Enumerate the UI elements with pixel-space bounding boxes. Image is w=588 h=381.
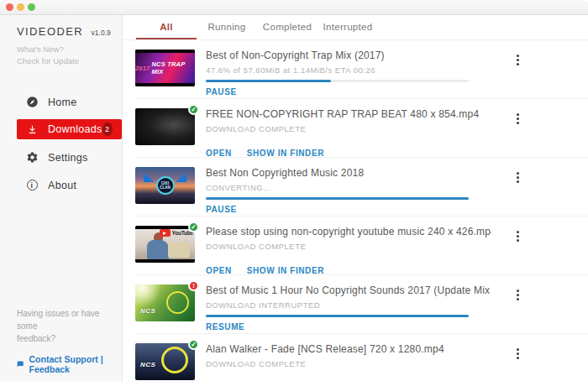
videoder-window: VIDEODER v1.0.9 What's New? Check for Up…	[0, 0, 588, 381]
more-options-button[interactable]	[512, 228, 523, 243]
explore-icon	[25, 96, 39, 109]
download-status: DOWNLOAD INTERRUPTED	[206, 300, 491, 311]
error-badge-icon: !	[188, 280, 199, 291]
sidebar-item-label: Home	[48, 97, 77, 108]
gear-icon	[25, 151, 39, 164]
video-thumbnail: NCS !	[135, 284, 195, 321]
whats-new-link[interactable]: What's New?	[17, 44, 122, 55]
resume-button[interactable]: RESUME	[206, 322, 244, 331]
downloads-list: 2017 NCS TRAP MIX Best of Non-Copyright …	[123, 40, 588, 381]
download-status: DOWNLOAD COMPLETE	[206, 359, 491, 369]
sidebar-item-downloads[interactable]: Downloads 2	[17, 119, 122, 139]
sidebar-item-settings[interactable]: Settings	[0, 144, 122, 171]
minimize-window-button[interactable]	[17, 3, 24, 11]
video-thumbnail: 1261 CLAN	[135, 167, 195, 204]
video-thumbnail: ✓	[135, 108, 195, 145]
app-brand: VIDEODER v1.0.9	[0, 15, 122, 39]
download-item: NCS ✓ Alan Walker - Fade [NCS Release] 7…	[135, 334, 588, 381]
feedback-prompt-line1: Having issues or have some	[17, 307, 112, 332]
sidebar-item-label: Settings	[48, 152, 88, 164]
contact-support-link[interactable]: Contact Support | Feedback	[17, 354, 112, 374]
tab-all[interactable]: All	[136, 15, 197, 39]
download-item: 1261 CLAN Best Non Copyrighted Music 201…	[135, 158, 588, 217]
download-status: DOWNLOAD COMPLETE	[206, 124, 491, 134]
check-update-link[interactable]: Check for Update	[17, 55, 122, 67]
sidebar-item-label: About	[48, 180, 76, 191]
download-status: DOWNLOAD COMPLETE	[206, 242, 491, 252]
app-version: v1.0.9	[92, 29, 111, 37]
progress-bar	[206, 315, 469, 317]
youtube-logo: YouTube	[160, 229, 193, 237]
titlebar	[0, 0, 588, 15]
download-item: NCS ! Best of Music 1 Hour No Copyright …	[135, 275, 588, 334]
video-thumbnail: 2017 NCS TRAP MIX	[135, 50, 195, 86]
more-options-button[interactable]	[512, 346, 523, 361]
download-filter-tabs: All Running Completed Interrupted	[123, 15, 588, 40]
sidebar: VIDEODER v1.0.9 What's New? Check for Up…	[0, 15, 123, 381]
main-panel: All Running Completed Interrupted 2017 N…	[123, 15, 588, 381]
download-icon	[25, 123, 39, 136]
check-badge-icon: ✓	[188, 104, 199, 115]
info-icon: i	[25, 179, 39, 192]
download-status: CONVERTING...	[206, 183, 491, 193]
downloads-count-badge: 2	[102, 123, 113, 136]
tab-completed[interactable]: Completed	[257, 15, 318, 39]
more-options-button[interactable]	[512, 287, 523, 302]
download-status: 47.6% of 57.80MiB at 1.14MiB/s ETA 00:26	[206, 65, 491, 76]
sidebar-item-home[interactable]: Home	[0, 88, 122, 116]
check-badge-icon: ✓	[188, 222, 199, 232]
sidebar-nav: Home Downloads 2 Settings	[0, 88, 122, 199]
zoom-window-button[interactable]	[28, 3, 35, 11]
video-thumbnail: YouTube ✓	[135, 226, 195, 263]
feedback-prompt-line2: feedback?	[17, 332, 112, 345]
show-in-finder-button[interactable]: SHOW IN FINDER	[247, 266, 324, 275]
app-name: VIDEODER	[17, 25, 83, 38]
more-options-button[interactable]	[512, 52, 523, 67]
sidebar-footer: Having issues or have some feedback? Con…	[17, 307, 112, 374]
pause-button[interactable]: PAUSE	[206, 205, 237, 214]
open-button[interactable]: OPEN	[206, 266, 232, 275]
open-button[interactable]: OPEN	[206, 149, 232, 158]
more-options-button[interactable]	[512, 170, 523, 185]
chat-icon	[17, 359, 24, 369]
progress-bar	[206, 197, 469, 200]
sidebar-item-about[interactable]: i About	[0, 171, 122, 199]
download-title: Alan Walker - Fade [NCS Release] 720 x 1…	[206, 343, 491, 356]
download-title: Best of Music 1 Hour No Copyright Sounds…	[206, 284, 491, 297]
tab-interrupted[interactable]: Interrupted	[318, 15, 378, 39]
download-title: Best Non Copyrighted Music 2018	[206, 167, 491, 180]
more-options-button[interactable]	[512, 111, 523, 126]
video-thumbnail: NCS ✓	[135, 343, 195, 380]
check-badge-icon: ✓	[188, 339, 199, 350]
download-item: YouTube ✓ Please stop using non-copyrigh…	[135, 217, 588, 275]
tab-running[interactable]: Running	[197, 15, 257, 39]
download-title: Please stop using non-copyright youtube …	[206, 226, 491, 238]
download-title: Best of Non-Copyright Trap Mix (2017)	[206, 50, 491, 62]
download-item: 2017 NCS TRAP MIX Best of Non-Copyright …	[135, 40, 588, 99]
close-window-button[interactable]	[6, 3, 13, 11]
download-title: FREE NON-COPYRIGHT RAP TRAP BEAT 480 x 8…	[206, 108, 491, 121]
pause-button[interactable]: PAUSE	[206, 87, 237, 97]
download-item: ✓ FREE NON-COPYRIGHT RAP TRAP BEAT 480 x…	[135, 99, 588, 158]
sidebar-item-label: Downloads	[48, 123, 102, 135]
show-in-finder-button[interactable]: SHOW IN FINDER	[247, 149, 324, 158]
progress-bar	[206, 80, 469, 82]
